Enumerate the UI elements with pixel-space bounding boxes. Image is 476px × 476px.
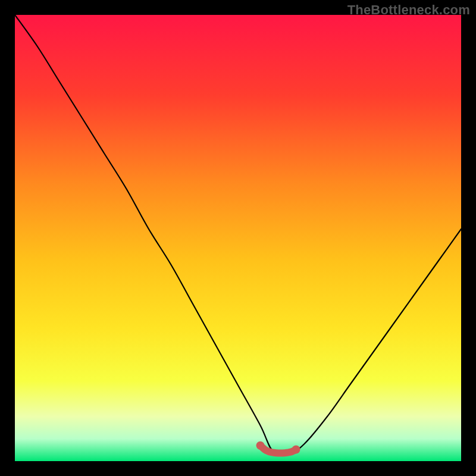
optimal-segment-right-dot: [292, 446, 300, 454]
optimal-segment-left-dot: [256, 441, 265, 450]
plot-area: [15, 15, 461, 461]
watermark-text: TheBottleneck.com: [347, 2, 470, 18]
bottleneck-curve-chart: [15, 15, 461, 461]
gradient-background: [15, 15, 461, 461]
chart-frame: TheBottleneck.com: [0, 0, 476, 476]
